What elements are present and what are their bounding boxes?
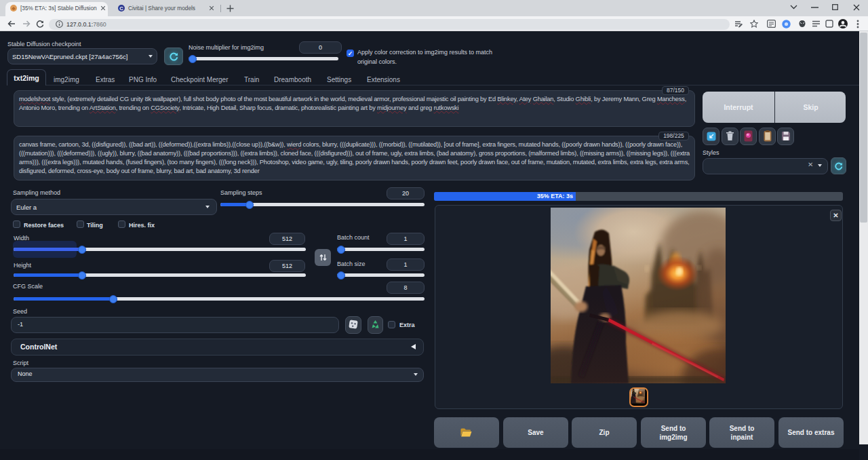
svg-text:C: C (119, 5, 123, 12)
